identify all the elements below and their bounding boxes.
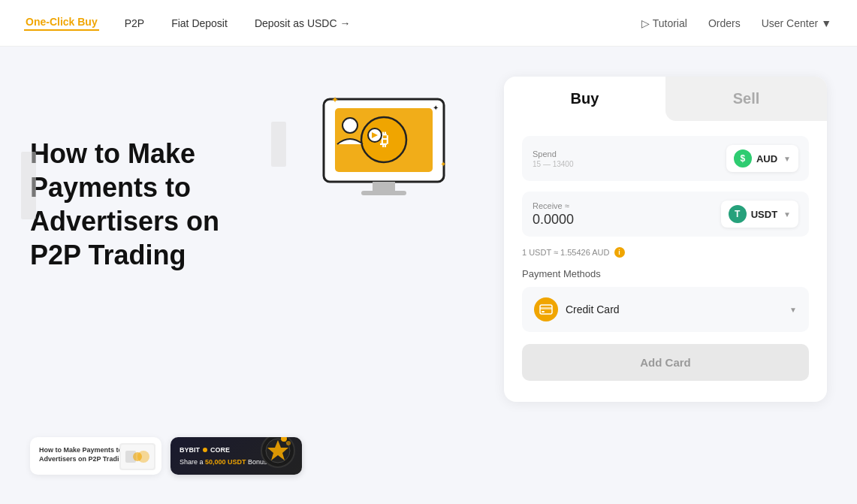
chevron-down-icon: ▼ <box>821 17 831 29</box>
spend-field: Spend 15 — 13400 $ AUD ▼ <box>522 136 809 181</box>
nav-orders[interactable]: Orders <box>707 17 742 29</box>
card-previews: How to Make Payments to Advertisers on P… <box>30 437 474 475</box>
rate-text: 1 USDT ≈ 1.55426 AUD <box>522 248 610 257</box>
buy-sell-card: Buy Sell Spend 15 — 13400 $ AUD ▼ <box>504 77 827 402</box>
nav-one-click-buy[interactable]: One-Click Buy <box>24 16 99 31</box>
left-section: ₿ ✦ ✦ ✦ How to Make Payments to Advertis… <box>30 77 474 475</box>
svg-point-14 <box>133 452 142 461</box>
card-preview-2: BYBIT CORE Share a 50,000 USDT Bonus Poo… <box>170 437 302 475</box>
payment-method-name: Credit Card <box>566 303 620 315</box>
aud-caret-icon: ▼ <box>783 155 791 163</box>
usdt-currency-selector[interactable]: T USDT ▼ <box>721 201 798 228</box>
coin-icon <box>260 437 296 469</box>
nav-p2p[interactable]: P2P <box>123 17 146 29</box>
tab-buy[interactable]: Buy <box>504 77 665 121</box>
svg-point-19 <box>286 441 291 445</box>
nav-fiat-deposit[interactable]: Fiat Deposit <box>170 17 229 29</box>
spend-label: Spend <box>533 149 574 158</box>
svg-text:✦: ✦ <box>433 104 439 112</box>
card-preview-1-thumb <box>119 443 155 470</box>
spend-range: 15 — 13400 <box>533 160 574 168</box>
svg-point-6 <box>342 118 358 133</box>
deco-bar-left <box>21 152 36 219</box>
right-panel: Buy Sell Spend 15 — 13400 $ AUD ▼ <box>504 77 827 402</box>
svg-text:✦: ✦ <box>440 160 446 168</box>
usdt-caret-icon: ▼ <box>783 210 791 219</box>
info-icon: i <box>614 247 625 258</box>
nav-tutorial[interactable]: ▷ Tutorial <box>640 17 689 29</box>
deco-bar-right <box>271 122 286 167</box>
buy-sell-tabs: Buy Sell <box>504 77 827 121</box>
receive-value[interactable]: 0.0000 <box>533 212 574 228</box>
add-card-button[interactable]: Add Card <box>522 344 809 381</box>
nav-deposit-usdc[interactable]: Deposit as USDC → <box>253 17 352 29</box>
receive-field: Receive ≈ 0.0000 T USDT ▼ <box>522 192 809 237</box>
usdt-symbol: T <box>729 205 747 223</box>
nav-user-center[interactable]: User Center ▼ <box>760 17 833 29</box>
spend-field-left: Spend 15 — 13400 <box>533 149 574 168</box>
svg-rect-21 <box>540 307 552 309</box>
nav-right: ▷ Tutorial Orders User Center ▼ <box>640 17 833 29</box>
svg-rect-5 <box>361 191 406 195</box>
aud-symbol: $ <box>734 149 752 167</box>
svg-rect-22 <box>542 311 545 312</box>
rate-line: 1 USDT ≈ 1.55426 AUD i <box>522 247 809 258</box>
navbar: One-Click Buy P2P Fiat Deposit Deposit a… <box>0 0 857 47</box>
play-icon: ▷ <box>641 17 650 29</box>
panel-body: Spend 15 — 13400 $ AUD ▼ Receive ≈ 0.000… <box>504 121 827 332</box>
usdt-currency-name: USDT <box>751 209 777 220</box>
card-preview-1: How to Make Payments to Advertisers on P… <box>30 437 161 475</box>
receive-field-left: Receive ≈ 0.0000 <box>533 201 574 228</box>
aud-currency-name: AUD <box>756 153 777 164</box>
payment-left: Credit Card <box>534 297 620 321</box>
payment-method-selector[interactable]: Credit Card ▼ <box>522 287 809 332</box>
hero-illustration: ₿ ✦ ✦ ✦ <box>294 77 474 227</box>
svg-text:✦: ✦ <box>331 95 339 105</box>
hero-title: How to Make Payments to Advertisers on P… <box>30 137 255 272</box>
receive-label: Receive ≈ <box>533 201 574 210</box>
payment-caret-icon: ▼ <box>789 306 797 314</box>
bybit-dot <box>203 448 207 452</box>
aud-currency-selector[interactable]: $ AUD ▼ <box>726 145 798 172</box>
payment-methods-label: Payment Methods <box>522 268 809 279</box>
tab-sell[interactable]: Sell <box>665 77 827 121</box>
credit-card-icon <box>534 297 558 321</box>
main-content: ₿ ✦ ✦ ✦ How to Make Payments to Advertis… <box>0 47 857 504</box>
svg-rect-4 <box>373 182 395 191</box>
